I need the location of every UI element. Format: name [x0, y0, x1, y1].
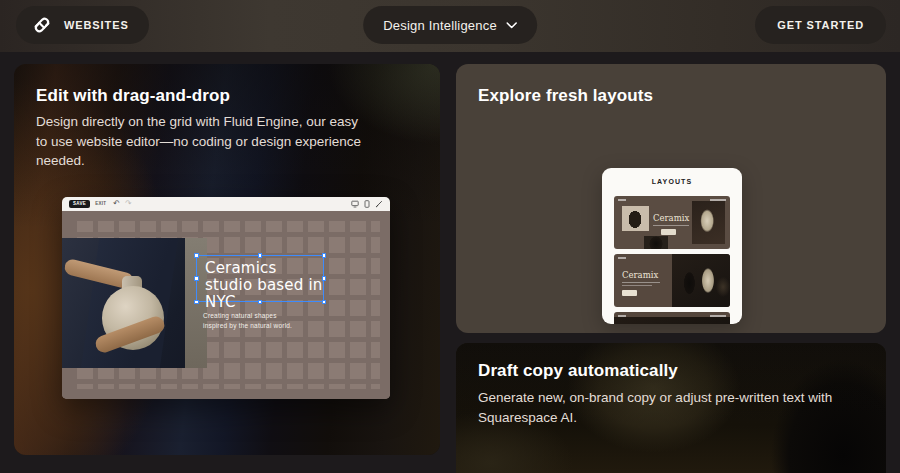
thumb-vases-photo — [672, 254, 730, 307]
layout-thumbnail-3 — [614, 312, 730, 324]
selection-handle — [194, 276, 199, 281]
editor-mockup: SAVE EXIT ↶ ↷ — [62, 197, 390, 399]
editor-grid-canvas: Ceramics studio based in NYC Creating na… — [62, 211, 390, 399]
card-edit-drag-drop: Edit with drag-and-drop Design directly … — [14, 64, 440, 455]
editor-photo-block — [62, 238, 207, 368]
chevron-down-icon — [506, 22, 517, 29]
device-toggle-icons — [351, 200, 383, 208]
thumb-button — [622, 290, 637, 296]
get-started-label: GET STARTED — [777, 19, 864, 31]
card-edit-title: Edit with drag-and-drop — [36, 86, 230, 106]
layout-thumbnail-2: Ceramix — [614, 254, 730, 307]
undo-icon: ↶ — [113, 200, 120, 208]
thumb-vase-photo — [614, 317, 730, 324]
selected-text-block: Ceramics studio based in NYC — [196, 255, 324, 302]
card-copy-body: Generate new, on-brand copy or adjust pr… — [478, 388, 870, 427]
top-nav: WEBSITES Design Intelligence GET STARTED — [0, 0, 900, 52]
editor-save-button: SAVE — [69, 200, 90, 208]
selection-handle — [194, 253, 199, 258]
thumb-brand: Ceramix — [622, 271, 658, 280]
dropdown-label: Design Intelligence — [383, 18, 497, 33]
editor-exit-button: EXIT — [95, 202, 106, 207]
selection-handle — [194, 300, 199, 305]
desktop-icon — [351, 200, 359, 208]
card-draft-copy: Draft copy automatically Generate new, o… — [456, 343, 886, 473]
mockup-hero-title: Ceramics studio based in NYC — [205, 260, 325, 310]
layout-thumbnail-1: Ceramix — [614, 196, 730, 249]
brand-label: WEBSITES — [64, 19, 129, 31]
layouts-panel: LAYOUTS Ceramix Ceramix — [602, 168, 742, 324]
design-intelligence-dropdown[interactable]: Design Intelligence — [363, 6, 537, 44]
thumb-framed-photo — [622, 206, 649, 231]
mockup-hero-caption: Creating natural shapes inspired by the … — [203, 311, 295, 331]
layouts-panel-title: LAYOUTS — [602, 178, 742, 185]
mobile-icon — [364, 200, 370, 208]
squarespace-logo-icon — [30, 13, 54, 37]
card-layouts-title: Explore fresh layouts — [478, 86, 653, 106]
thumb-vase-photo — [692, 201, 725, 244]
redo-icon: ↷ — [125, 200, 132, 208]
paintbrush-icon — [375, 200, 383, 208]
selection-handle — [322, 253, 327, 258]
thumb-pot-photo — [644, 236, 668, 249]
selection-handle — [258, 253, 263, 258]
card-explore-layouts: Explore fresh layouts LAYOUTS Ceramix Ce… — [456, 64, 886, 333]
thumb-button — [661, 229, 676, 235]
card-edit-body: Design directly on the grid with Fluid E… — [36, 112, 366, 171]
brand-home-link[interactable]: WEBSITES — [16, 6, 149, 44]
editor-toolbar: SAVE EXIT ↶ ↷ — [62, 197, 390, 211]
thumb-brand: Ceramix — [653, 214, 689, 223]
card-copy-title: Draft copy automatically — [478, 361, 678, 381]
page: WEBSITES Design Intelligence GET STARTED… — [0, 0, 900, 473]
get-started-button[interactable]: GET STARTED — [755, 6, 886, 44]
